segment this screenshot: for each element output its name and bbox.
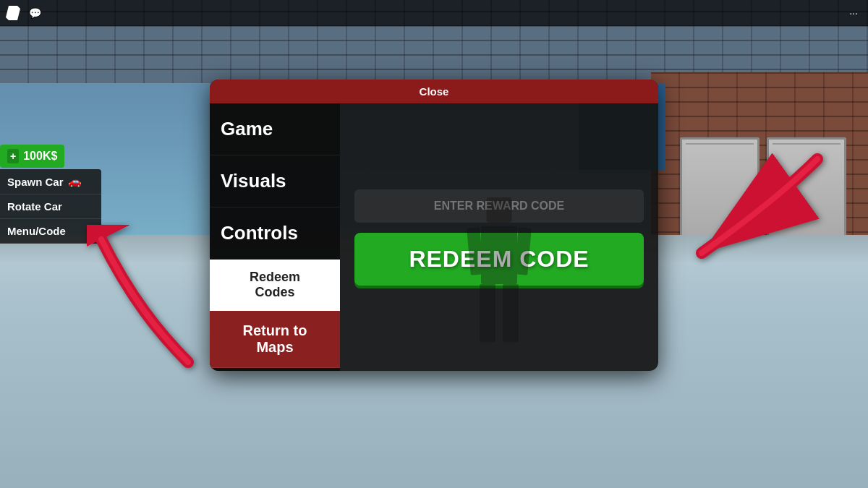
left-hud: + 100K$ Spawn Car 🚗 Rotate Car Menu/Code… bbox=[0, 145, 101, 244]
spawn-car-label: Spawn Car bbox=[7, 176, 64, 188]
garage-doors bbox=[673, 123, 854, 253]
garage-door-right bbox=[767, 137, 846, 246]
chat-icon[interactable]: 💬 bbox=[26, 4, 43, 22]
roblox-logo-icon bbox=[6, 6, 20, 20]
money-button[interactable]: + 100K$ bbox=[0, 145, 64, 168]
money-amount: 100K$ bbox=[23, 150, 57, 163]
menu-code-button[interactable]: Menu/Code bbox=[0, 219, 101, 244]
hud-menu: Spawn Car 🚗 Rotate Car Menu/Code < bbox=[0, 169, 101, 244]
nav-game-button[interactable]: Game bbox=[210, 103, 340, 155]
nav-visuals-button[interactable]: Visuals bbox=[210, 155, 340, 207]
nav-return-maps-button[interactable]: Return toMaps bbox=[210, 311, 340, 368]
rotate-car-button[interactable]: Rotate Car bbox=[0, 194, 101, 219]
char-leg-right bbox=[503, 284, 519, 342]
menu-code-label: Menu/Code bbox=[7, 225, 66, 237]
more-options-icon[interactable]: ··· bbox=[845, 4, 862, 22]
roblox-topbar: 💬 ··· bbox=[0, 0, 868, 26]
modal-content: REDEEM CODE bbox=[340, 103, 658, 371]
modal-nav: Game Visuals Controls RedeemCodes Return… bbox=[210, 103, 340, 371]
spawn-car-button[interactable]: Spawn Car 🚗 bbox=[0, 169, 101, 194]
char-head bbox=[487, 197, 512, 223]
char-body bbox=[481, 226, 517, 284]
topbar-right: ··· bbox=[845, 4, 862, 22]
money-plus-icon: + bbox=[7, 149, 19, 163]
nav-redeem-codes-button[interactable]: RedeemCodes bbox=[210, 260, 340, 311]
modal-body: Game Visuals Controls RedeemCodes Return… bbox=[210, 103, 658, 371]
car-icon: 🚗 bbox=[68, 175, 82, 188]
character-silhouette bbox=[456, 197, 542, 371]
garage-door-left bbox=[680, 137, 760, 246]
settings-modal: Close Game Visuals Controls RedeemCodes … bbox=[210, 80, 658, 371]
modal-close-button[interactable]: Close bbox=[210, 80, 658, 103]
nav-controls-button[interactable]: Controls bbox=[210, 207, 340, 260]
char-leg-left bbox=[480, 284, 495, 342]
rotate-car-label: Rotate Car bbox=[7, 200, 62, 213]
